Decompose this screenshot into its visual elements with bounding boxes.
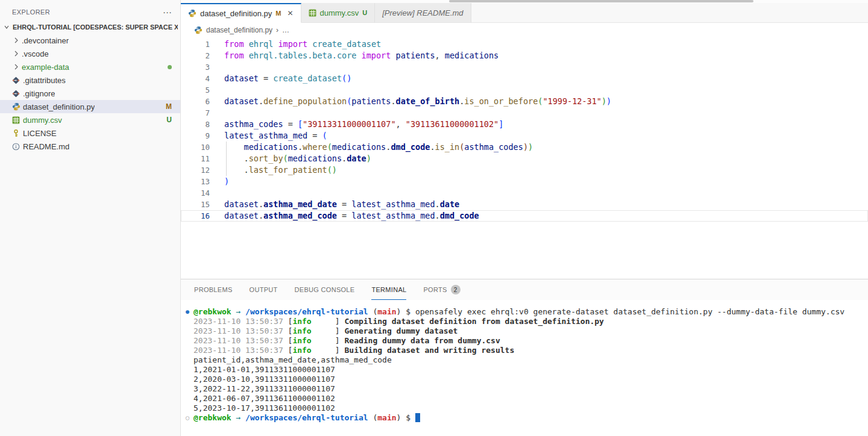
line-number: 14 xyxy=(181,187,210,199)
file-tree-item--gitignore[interactable]: .gitignore xyxy=(0,87,180,100)
workspace-root-folder[interactable]: EHRQL-TUTORIAL [CODESPACES: SUPER SPACE … xyxy=(0,20,180,34)
file-tree-item--gitattributes[interactable]: .gitattributes xyxy=(0,73,180,87)
terminal-gutter xyxy=(186,317,193,326)
code-text: from ehrql import create_dataset xyxy=(224,39,868,50)
file-label: dummy.csv xyxy=(23,116,62,125)
tab-scrollbar-thumb[interactable] xyxy=(449,0,753,2)
chevron-down-icon xyxy=(2,23,11,31)
terminal-gutter xyxy=(186,384,193,394)
code-line-6[interactable]: 6dataset.define_population(patients.date… xyxy=(181,96,868,107)
file-tree-item-dummy-csv[interactable]: dummy.csvU xyxy=(0,113,180,126)
file-tree-item--vscode[interactable]: .vscode xyxy=(0,47,180,60)
code-text: latest_asthma_med = ( xyxy=(224,130,868,142)
code-line-9[interactable]: 9latest_asthma_med = ( xyxy=(181,130,868,142)
panel-tab-problems[interactable]: PROBLEMS xyxy=(194,279,233,300)
line-number: 15 xyxy=(181,199,210,210)
terminal-gutter xyxy=(186,355,193,365)
code-text: dataset.asthma_med_code = latest_asthma_… xyxy=(224,210,868,222)
editor-group: dataset_definition.pyM✕dummy.csvU[Previe… xyxy=(181,0,868,436)
line-number: 3 xyxy=(181,61,210,73)
info-icon xyxy=(12,143,23,151)
code-text xyxy=(224,84,868,96)
terminal-cursor xyxy=(415,413,420,422)
code-line-2[interactable]: 2from ehrql.tables.beta.core import pati… xyxy=(181,50,868,61)
code-line-8[interactable]: 8asthma_codes = ["39113311000001107", "3… xyxy=(181,119,868,130)
code-text: medications.where(medications.dmd_code.i… xyxy=(224,142,868,153)
more-actions-icon[interactable]: ··· xyxy=(163,9,172,15)
tab-label: dummy.csv xyxy=(320,8,359,17)
explorer-title: EXPLORER xyxy=(12,8,50,16)
terminal[interactable]: ●@rebkwok → /workspaces/ehrql-tutorial (… xyxy=(181,300,868,436)
terminal-line-10: 4,2021-06-07,39113611000001102 xyxy=(186,394,868,403)
file-label: example-data xyxy=(22,63,69,72)
code-editor[interactable]: 1from ehrql import create_dataset2from e… xyxy=(181,37,868,279)
terminal-line-12: ○@rebkwok → /workspaces/ehrql-tutorial (… xyxy=(186,413,868,423)
editor-tab-dataset-definition-py[interactable]: dataset_definition.pyM✕ xyxy=(181,3,301,23)
breadcrumb-separator-icon: › xyxy=(276,26,278,34)
csv-icon xyxy=(309,9,316,17)
code-text: dataset = create_dataset() xyxy=(224,73,868,84)
line-number: 11 xyxy=(181,153,210,164)
code-line-15[interactable]: 15dataset.asthma_med_date = latest_asthm… xyxy=(181,199,868,210)
code-text xyxy=(224,187,868,199)
panel-tab-terminal[interactable]: TERMINAL xyxy=(371,279,406,300)
panel-tab-debug-console[interactable]: DEBUG CONSOLE xyxy=(295,279,355,300)
terminal-gutter xyxy=(186,336,193,346)
code-text: ) xyxy=(224,176,868,187)
close-icon[interactable]: ✕ xyxy=(287,9,293,17)
code-line-7[interactable]: 7 xyxy=(181,107,868,119)
code-line-5[interactable]: 5 xyxy=(181,84,868,96)
code-line-1[interactable]: 1from ehrql import create_dataset xyxy=(181,39,868,50)
editor-tab--preview-readme-md[interactable]: [Preview] README.md xyxy=(375,3,471,23)
breadcrumb[interactable]: dataset_definition.py › … xyxy=(181,23,868,37)
file-tree-item--devcontainer[interactable]: .devcontainer xyxy=(0,34,180,47)
terminal-gutter xyxy=(186,394,193,403)
code-line-13[interactable]: 13) xyxy=(181,176,868,187)
panel-tab-output[interactable]: OUTPUT xyxy=(250,279,278,300)
line-number: 13 xyxy=(181,176,210,187)
terminal-line-8: 2,2020-03-10,39113311000001107 xyxy=(186,375,868,384)
terminal-line-9: 3,2022-11-22,39113311000001107 xyxy=(186,384,868,394)
indent-guide xyxy=(226,142,227,153)
editor-tab-dummy-csv[interactable]: dummy.csvU xyxy=(301,3,376,23)
tab-bar: dataset_definition.pyM✕dummy.csvU[Previe… xyxy=(181,3,868,23)
vscode-window: EXPLORER ··· EHRQL-TUTORIAL [CODESPACES:… xyxy=(0,0,868,436)
panel-tab-label: DEBUG CONSOLE xyxy=(295,279,355,300)
chevron-right-icon xyxy=(12,49,22,58)
chevron-right-icon xyxy=(12,63,22,71)
terminal-line-2: 2023-11-10 13:50:37 [info ] Compiling da… xyxy=(186,317,868,326)
line-number: 7 xyxy=(181,107,210,119)
file-tree-item-readme-md[interactable]: README.md xyxy=(0,140,180,153)
code-line-12[interactable]: 12 .last_for_patient() xyxy=(181,164,868,176)
line-number: 16 xyxy=(181,210,210,222)
command-decoration-icon: ● xyxy=(186,307,193,317)
panel-tab-ports[interactable]: PORTS2 xyxy=(423,279,460,300)
indent-guide xyxy=(226,164,227,176)
terminal-line-3: 2023-11-10 13:50:37 [info ] Generating d… xyxy=(186,326,868,336)
file-tree-item-dataset-definition-py[interactable]: dataset_definition.pyM xyxy=(0,100,180,113)
changes-dot-badge xyxy=(168,60,172,73)
git-status-badge: U xyxy=(362,9,367,16)
code-line-14[interactable]: 14 xyxy=(181,187,868,199)
code-line-4[interactable]: 4dataset = create_dataset() xyxy=(181,73,868,84)
line-number: 8 xyxy=(181,119,210,130)
code-line-16[interactable]: 16dataset.asthma_med_code = latest_asthm… xyxy=(181,210,868,222)
file-tree-item-license[interactable]: LICENSE xyxy=(0,126,180,140)
python-icon xyxy=(188,9,197,17)
breadcrumb-more[interactable]: … xyxy=(282,26,289,34)
terminal-line-7: 1,2021-01-01,39113311000001107 xyxy=(186,365,868,375)
ports-count-badge: 2 xyxy=(451,285,461,294)
code-line-10[interactable]: 10 medications.where(medications.dmd_cod… xyxy=(181,142,868,153)
line-number: 12 xyxy=(181,164,210,176)
terminal-line-4: 2023-11-10 13:50:37 [info ] Reading dumm… xyxy=(186,336,868,346)
code-line-3[interactable]: 3 xyxy=(181,61,868,73)
panel-tab-bar: PROBLEMSOUTPUTDEBUG CONSOLETERMINALPORTS… xyxy=(181,279,868,300)
git-status-badge: M xyxy=(275,10,281,17)
code-line-11[interactable]: 11 .sort_by(medications.date) xyxy=(181,153,868,164)
file-label: .vscode xyxy=(22,49,49,58)
breadcrumb-file[interactable]: dataset_definition.py xyxy=(206,26,272,34)
csv-icon xyxy=(12,116,23,124)
file-label: README.md xyxy=(23,142,69,151)
file-label: .gitattributes xyxy=(23,76,66,85)
file-tree-item-example-data[interactable]: example-data xyxy=(0,60,180,73)
